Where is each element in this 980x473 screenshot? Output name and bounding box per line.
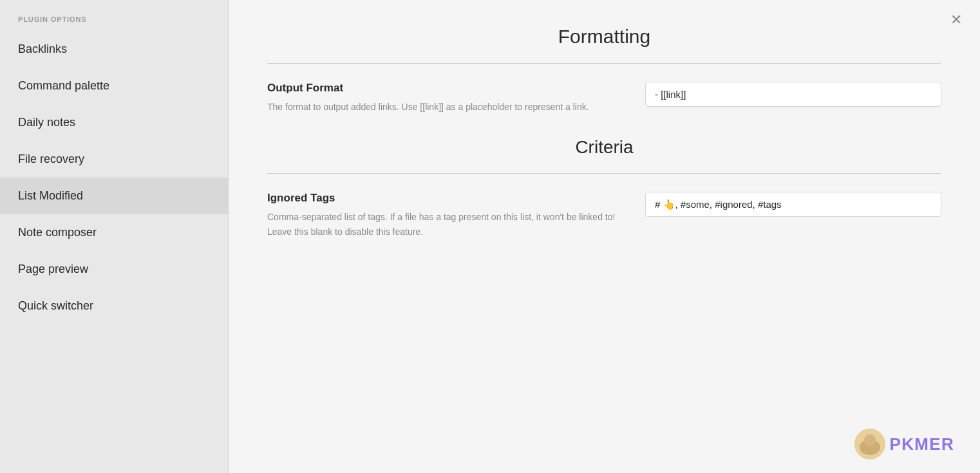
sidebar-item-backlinks[interactable]: Backlinks [0,31,228,68]
sidebar-item-page-preview[interactable]: Page preview [0,251,228,288]
sidebar-item-list-modified[interactable]: List Modified [0,178,228,214]
sidebar-item-quick-switcher[interactable]: Quick switcher [0,288,228,324]
formatting-divider [267,63,941,64]
close-button[interactable]: ✕ [950,13,962,27]
output-format-input[interactable] [645,82,941,107]
ignored-tags-label: Ignored Tags [267,192,619,205]
ignored-tags-control [645,192,941,217]
sidebar-item-command-palette[interactable]: Command palette [0,68,228,104]
sidebar-item-daily-notes[interactable]: Daily notes [0,104,228,141]
output-format-control [645,82,941,107]
main-content: ✕ Formatting Output Format The format to… [229,0,980,473]
criteria-title: Criteria [267,137,941,158]
output-format-description: The format to output added links. Use [[… [267,100,619,114]
output-format-row: Output Format The format to output added… [267,82,941,114]
svg-point-3 [864,434,876,446]
sidebar-item-file-recovery[interactable]: File recovery [0,141,228,178]
ignored-tags-input[interactable] [645,192,941,217]
ignored-tags-info: Ignored Tags Comma-separated list of tag… [267,192,619,239]
sidebar-item-note-composer[interactable]: Note composer [0,214,228,251]
pkmer-watermark: PKMER [854,428,954,460]
ignored-tags-row: Ignored Tags Comma-separated list of tag… [267,192,941,239]
pkmer-text: PKMER [890,434,954,454]
sidebar: PLUGIN OPTIONS Backlinks Command palette… [0,0,229,473]
modal-container: PLUGIN OPTIONS Backlinks Command palette… [0,0,980,473]
output-format-label: Output Format [267,82,619,95]
pkmer-logo-icon [854,428,886,460]
sidebar-section-label: PLUGIN OPTIONS [0,0,228,31]
criteria-divider [267,173,941,174]
ignored-tags-description: Comma-separated list of tags. If a file … [267,210,619,239]
formatting-title: Formatting [267,26,941,48]
output-format-info: Output Format The format to output added… [267,82,619,114]
